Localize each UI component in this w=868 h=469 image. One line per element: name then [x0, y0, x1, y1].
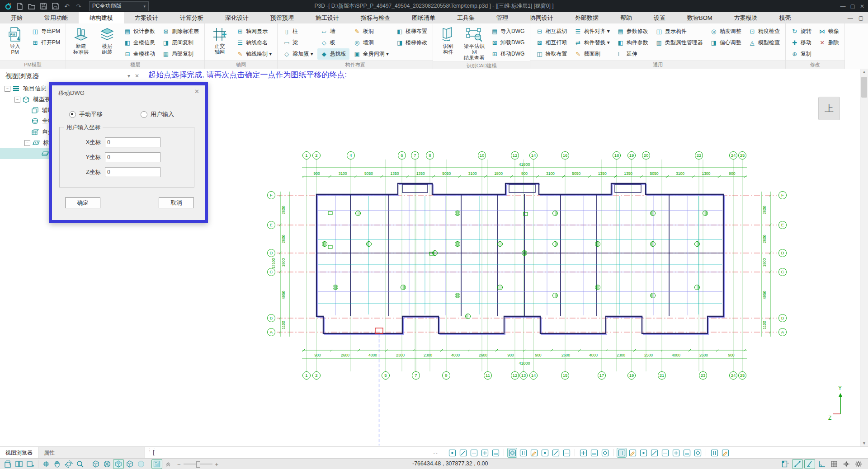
- ribbon-btn-轴网显示[interactable]: ⊞轴网显示: [233, 26, 275, 37]
- half-top-icon[interactable]: [529, 448, 538, 457]
- ribbon-btn-板洞[interactable]: ✎板洞: [350, 26, 392, 37]
- ribbon-btn-楼梯修改[interactable]: ◨楼梯修改: [393, 37, 430, 48]
- menu-tab-开始[interactable]: 开始: [0, 12, 33, 23]
- ribbon-btn-设计参数[interactable]: ▤设计参数: [121, 26, 158, 37]
- ribbon-btn-旋转[interactable]: ↻旋转: [788, 26, 815, 37]
- ribbon-btn-局部复制[interactable]: ▦局部复制: [159, 48, 202, 60]
- ribbon-btn-墙[interactable]: ▱墙: [317, 26, 349, 37]
- ribbon-btn-延伸[interactable]: ⊢延伸: [614, 48, 651, 60]
- ribbon-btn-轴线绘制[interactable]: ✎轴线绘制 ▾: [233, 48, 275, 60]
- new-view-icon[interactable]: [3, 460, 13, 469]
- menu-tab-预留预埋[interactable]: 预留预埋: [259, 12, 305, 23]
- collapse-chevron-icon[interactable]: ︿: [433, 449, 438, 456]
- plan-view-icon[interactable]: [448, 448, 457, 457]
- scroll-down-icon[interactable]: ▼: [860, 441, 868, 446]
- ribbon-btn-构件对齐[interactable]: ☰构件对齐 ▾: [571, 26, 613, 37]
- ribbon-btn-相互打断[interactable]: ⊠相互打断: [533, 37, 570, 48]
- section-view-icon[interactable]: [469, 448, 478, 457]
- window-minimize-icon[interactable]: —: [848, 15, 853, 21]
- menu-tab-协同设计[interactable]: 协同设计: [519, 12, 564, 23]
- model-view-icon[interactable]: [491, 448, 500, 457]
- ribbon-btn-删除标准层[interactable]: ⊠删除标准层: [159, 26, 202, 37]
- menu-tab-帮助[interactable]: 帮助: [609, 12, 643, 23]
- redo-icon[interactable]: ↷: [73, 2, 84, 11]
- filled-diamond-icon[interactable]: [519, 448, 528, 457]
- ribbon-btn-拾取布置[interactable]: ◫拾取布置: [533, 48, 570, 60]
- pencil-box-icon[interactable]: [710, 448, 719, 457]
- bottom-tab-视图浏览器[interactable]: 视图浏览器: [0, 447, 38, 459]
- plan-lock-icon[interactable]: [780, 460, 790, 469]
- minimize-icon[interactable]: —: [840, 3, 846, 9]
- menu-tab-常用功能[interactable]: 常用功能: [33, 12, 79, 23]
- striped-box-icon[interactable]: [590, 448, 599, 457]
- ribbon-btn-墙洞[interactable]: ◎墙洞: [350, 37, 392, 48]
- elevation-view-icon[interactable]: [458, 448, 467, 457]
- diamond-view-icon[interactable]: [508, 448, 517, 457]
- bottom-tab-属性[interactable]: 属性: [38, 447, 60, 459]
- ribbon-btn-梁加腋[interactable]: ◇梁加腋 ▾: [280, 48, 316, 60]
- ribbon-btn-梁[interactable]: ▭梁: [280, 37, 316, 48]
- ribbon-btn-构件替换[interactable]: ⇄构件替换 ▾: [571, 37, 613, 48]
- x-coord-input[interactable]: [105, 137, 160, 147]
- mesh-box-icon[interactable]: [600, 448, 609, 457]
- panel-collapse-icon[interactable]: ▾: [127, 73, 130, 79]
- ribbon-big-梁平法识别结果查看[interactable]: 梁平法识别结果查看: [462, 25, 487, 61]
- menu-tab-深化设计[interactable]: 深化设计: [214, 12, 259, 23]
- ribbon-btn-构件参数[interactable]: ◧构件参数: [614, 37, 651, 48]
- up-level-button[interactable]: 上: [818, 97, 840, 120]
- ribbon-btn-全楼移动[interactable]: ⊟全楼移动: [121, 48, 158, 60]
- ortho-angle-icon[interactable]: [817, 460, 827, 469]
- tree-expander-icon[interactable]: −: [5, 86, 10, 92]
- ribbon-btn-镜像[interactable]: ⋈镜像: [816, 26, 842, 37]
- ribbon-btn-打开PM[interactable]: ⊞打开PM: [28, 37, 63, 48]
- ribbon-btn-层间复制[interactable]: ◨层间复制: [159, 37, 202, 48]
- zoom-out-icon[interactable]: −: [177, 461, 181, 468]
- zoom-extents-icon[interactable]: [41, 460, 51, 469]
- sheet-view-icon[interactable]: [480, 448, 489, 457]
- command-input[interactable]: [: [153, 449, 155, 455]
- save-icon[interactable]: [38, 2, 49, 11]
- ribbon-btn-参数修改[interactable]: ▤参数修改: [614, 26, 651, 37]
- menu-tab-工具集[interactable]: 工具集: [446, 12, 486, 23]
- tree-expander-icon[interactable]: −: [14, 97, 20, 103]
- layers-box-icon[interactable]: [721, 448, 730, 457]
- ribbon-btn-移动[interactable]: ✚移动: [788, 37, 815, 48]
- panel-close-icon[interactable]: ✕: [135, 73, 139, 79]
- ribbon-btn-模型检查[interactable]: ◬模型检查: [745, 37, 783, 48]
- ribbon-big-楼层组装[interactable]: 楼层组装: [94, 25, 120, 55]
- add-window-icon[interactable]: [25, 460, 35, 469]
- drawing-canvas[interactable]: 起始点选择完成, 请再次点击确定一点作为图纸平移的终点: FFEEDDCCBBA…: [145, 69, 860, 446]
- open-file-icon[interactable]: [26, 2, 37, 11]
- cancel-button[interactable]: 取消: [159, 197, 194, 208]
- ribbon-btn-全房间洞[interactable]: ▣全房间洞 ▾: [350, 48, 392, 60]
- ribbon-btn-复制[interactable]: ⊕复制: [788, 48, 815, 60]
- drag-handle-icon[interactable]: ⋮⋮: [147, 449, 149, 456]
- window-restore-icon[interactable]: ▢: [859, 15, 863, 21]
- ribbon-btn-偏心调整[interactable]: ◨偏心调整: [707, 37, 745, 48]
- cross-box-icon[interactable]: [628, 448, 637, 457]
- ribbon-btn-截面刷[interactable]: ✎截面刷: [571, 48, 613, 60]
- ribbon-btn-删除[interactable]: ✕删除: [816, 37, 842, 48]
- menu-tab-设置[interactable]: 设置: [643, 12, 676, 23]
- half-bottom-icon[interactable]: [540, 448, 549, 457]
- menu-tab-方案设计[interactable]: 方案设计: [124, 12, 169, 23]
- ribbon-big-新建标准层[interactable]: 新建标准层: [68, 25, 94, 55]
- ribbon-btn-轴线命名[interactable]: ☰轴线命名: [233, 37, 275, 48]
- vertical-scrollbar[interactable]: ▲ ▼: [860, 69, 868, 446]
- ribbon-big-正交轴网[interactable]: 正交轴网: [207, 25, 232, 55]
- scrollbar-thumb[interactable]: [861, 77, 867, 98]
- z-coord-input[interactable]: [105, 167, 160, 177]
- ribbon-btn-精度调整[interactable]: ◎精度调整: [707, 26, 745, 37]
- cube-se-view-icon[interactable]: [125, 460, 135, 469]
- ribbon-btn-相互裁切[interactable]: ⊟相互裁切: [533, 26, 570, 37]
- ribbon-btn-导入DWG[interactable]: ▤导入DWG: [488, 26, 528, 37]
- cube-front-view-icon[interactable]: [91, 460, 101, 469]
- tile-windows-icon[interactable]: [14, 460, 24, 469]
- cube-shaded-view-icon[interactable]: [136, 460, 146, 469]
- save-as-icon[interactable]: [50, 2, 61, 11]
- radio-manual-pan[interactable]: 手动平移: [69, 110, 103, 118]
- ribbon-btn-卸载DWG[interactable]: ⊠卸载DWG: [488, 37, 528, 48]
- left-half-icon[interactable]: [551, 448, 560, 457]
- menu-tab-指标与检查[interactable]: 指标与检查: [350, 12, 401, 23]
- y-coord-input[interactable]: [105, 152, 160, 162]
